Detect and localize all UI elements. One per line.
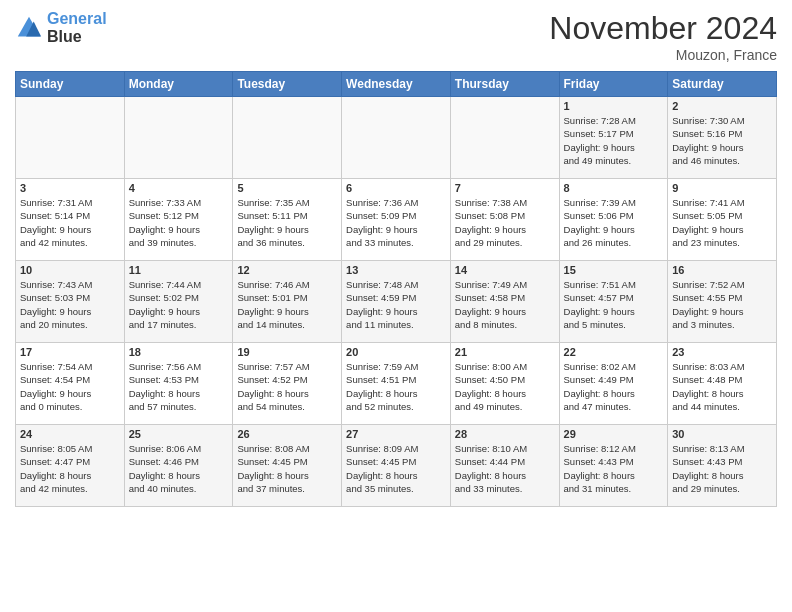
calendar-cell: 3Sunrise: 7:31 AM Sunset: 5:14 PM Daylig… (16, 179, 125, 261)
calendar-cell: 19Sunrise: 7:57 AM Sunset: 4:52 PM Dayli… (233, 343, 342, 425)
calendar-cell: 15Sunrise: 7:51 AM Sunset: 4:57 PM Dayli… (559, 261, 668, 343)
calendar-week-3: 10Sunrise: 7:43 AM Sunset: 5:03 PM Dayli… (16, 261, 777, 343)
calendar-week-2: 3Sunrise: 7:31 AM Sunset: 5:14 PM Daylig… (16, 179, 777, 261)
calendar-cell: 6Sunrise: 7:36 AM Sunset: 5:09 PM Daylig… (342, 179, 451, 261)
day-number: 7 (455, 182, 555, 194)
day-info: Sunrise: 8:13 AM Sunset: 4:43 PM Dayligh… (672, 442, 772, 495)
calendar-cell: 2Sunrise: 7:30 AM Sunset: 5:16 PM Daylig… (668, 97, 777, 179)
day-info: Sunrise: 7:54 AM Sunset: 4:54 PM Dayligh… (20, 360, 120, 413)
day-info: Sunrise: 7:56 AM Sunset: 4:53 PM Dayligh… (129, 360, 229, 413)
day-info: Sunrise: 7:35 AM Sunset: 5:11 PM Dayligh… (237, 196, 337, 249)
calendar-cell: 29Sunrise: 8:12 AM Sunset: 4:43 PM Dayli… (559, 425, 668, 507)
day-info: Sunrise: 8:08 AM Sunset: 4:45 PM Dayligh… (237, 442, 337, 495)
day-number: 21 (455, 346, 555, 358)
day-info: Sunrise: 7:49 AM Sunset: 4:58 PM Dayligh… (455, 278, 555, 331)
day-number: 8 (564, 182, 664, 194)
day-number: 6 (346, 182, 446, 194)
day-number: 25 (129, 428, 229, 440)
day-info: Sunrise: 8:02 AM Sunset: 4:49 PM Dayligh… (564, 360, 664, 413)
title-area: November 2024 Mouzon, France (549, 10, 777, 63)
calendar-week-1: 1Sunrise: 7:28 AM Sunset: 5:17 PM Daylig… (16, 97, 777, 179)
day-number: 4 (129, 182, 229, 194)
day-info: Sunrise: 7:39 AM Sunset: 5:06 PM Dayligh… (564, 196, 664, 249)
calendar-cell: 20Sunrise: 7:59 AM Sunset: 4:51 PM Dayli… (342, 343, 451, 425)
calendar-cell: 12Sunrise: 7:46 AM Sunset: 5:01 PM Dayli… (233, 261, 342, 343)
calendar-cell (342, 97, 451, 179)
day-info: Sunrise: 8:10 AM Sunset: 4:44 PM Dayligh… (455, 442, 555, 495)
calendar-cell (233, 97, 342, 179)
day-info: Sunrise: 7:38 AM Sunset: 5:08 PM Dayligh… (455, 196, 555, 249)
day-number: 14 (455, 264, 555, 276)
logo: General Blue (15, 10, 107, 45)
calendar-cell: 30Sunrise: 8:13 AM Sunset: 4:43 PM Dayli… (668, 425, 777, 507)
calendar-week-4: 17Sunrise: 7:54 AM Sunset: 4:54 PM Dayli… (16, 343, 777, 425)
day-number: 22 (564, 346, 664, 358)
day-number: 24 (20, 428, 120, 440)
day-number: 12 (237, 264, 337, 276)
day-number: 5 (237, 182, 337, 194)
day-info: Sunrise: 7:57 AM Sunset: 4:52 PM Dayligh… (237, 360, 337, 413)
header-sunday: Sunday (16, 72, 125, 97)
day-number: 13 (346, 264, 446, 276)
logo-text: General Blue (47, 10, 107, 45)
header-tuesday: Tuesday (233, 72, 342, 97)
calendar-cell (124, 97, 233, 179)
day-number: 26 (237, 428, 337, 440)
header-wednesday: Wednesday (342, 72, 451, 97)
calendar-cell: 10Sunrise: 7:43 AM Sunset: 5:03 PM Dayli… (16, 261, 125, 343)
day-info: Sunrise: 7:44 AM Sunset: 5:02 PM Dayligh… (129, 278, 229, 331)
location: Mouzon, France (549, 47, 777, 63)
calendar-cell: 28Sunrise: 8:10 AM Sunset: 4:44 PM Dayli… (450, 425, 559, 507)
day-info: Sunrise: 8:03 AM Sunset: 4:48 PM Dayligh… (672, 360, 772, 413)
calendar-cell: 13Sunrise: 7:48 AM Sunset: 4:59 PM Dayli… (342, 261, 451, 343)
calendar-cell: 22Sunrise: 8:02 AM Sunset: 4:49 PM Dayli… (559, 343, 668, 425)
calendar-cell: 17Sunrise: 7:54 AM Sunset: 4:54 PM Dayli… (16, 343, 125, 425)
calendar-cell: 11Sunrise: 7:44 AM Sunset: 5:02 PM Dayli… (124, 261, 233, 343)
calendar-cell: 8Sunrise: 7:39 AM Sunset: 5:06 PM Daylig… (559, 179, 668, 261)
calendar-cell: 14Sunrise: 7:49 AM Sunset: 4:58 PM Dayli… (450, 261, 559, 343)
calendar-cell: 4Sunrise: 7:33 AM Sunset: 5:12 PM Daylig… (124, 179, 233, 261)
day-number: 28 (455, 428, 555, 440)
day-info: Sunrise: 8:09 AM Sunset: 4:45 PM Dayligh… (346, 442, 446, 495)
day-info: Sunrise: 7:46 AM Sunset: 5:01 PM Dayligh… (237, 278, 337, 331)
calendar-cell: 23Sunrise: 8:03 AM Sunset: 4:48 PM Dayli… (668, 343, 777, 425)
day-info: Sunrise: 7:48 AM Sunset: 4:59 PM Dayligh… (346, 278, 446, 331)
day-info: Sunrise: 8:05 AM Sunset: 4:47 PM Dayligh… (20, 442, 120, 495)
day-number: 9 (672, 182, 772, 194)
day-info: Sunrise: 7:28 AM Sunset: 5:17 PM Dayligh… (564, 114, 664, 167)
header-saturday: Saturday (668, 72, 777, 97)
day-number: 30 (672, 428, 772, 440)
day-info: Sunrise: 7:30 AM Sunset: 5:16 PM Dayligh… (672, 114, 772, 167)
day-number: 23 (672, 346, 772, 358)
calendar-week-5: 24Sunrise: 8:05 AM Sunset: 4:47 PM Dayli… (16, 425, 777, 507)
header-monday: Monday (124, 72, 233, 97)
day-number: 2 (672, 100, 772, 112)
month-title: November 2024 (549, 10, 777, 47)
day-info: Sunrise: 8:12 AM Sunset: 4:43 PM Dayligh… (564, 442, 664, 495)
calendar-cell: 18Sunrise: 7:56 AM Sunset: 4:53 PM Dayli… (124, 343, 233, 425)
day-number: 11 (129, 264, 229, 276)
calendar-cell (450, 97, 559, 179)
day-number: 27 (346, 428, 446, 440)
calendar-cell: 7Sunrise: 7:38 AM Sunset: 5:08 PM Daylig… (450, 179, 559, 261)
day-number: 15 (564, 264, 664, 276)
day-number: 17 (20, 346, 120, 358)
day-info: Sunrise: 7:59 AM Sunset: 4:51 PM Dayligh… (346, 360, 446, 413)
calendar-table: Sunday Monday Tuesday Wednesday Thursday… (15, 71, 777, 507)
day-number: 16 (672, 264, 772, 276)
calendar-cell: 25Sunrise: 8:06 AM Sunset: 4:46 PM Dayli… (124, 425, 233, 507)
day-number: 29 (564, 428, 664, 440)
day-number: 18 (129, 346, 229, 358)
calendar-cell: 16Sunrise: 7:52 AM Sunset: 4:55 PM Dayli… (668, 261, 777, 343)
day-info: Sunrise: 7:52 AM Sunset: 4:55 PM Dayligh… (672, 278, 772, 331)
calendar-cell: 9Sunrise: 7:41 AM Sunset: 5:05 PM Daylig… (668, 179, 777, 261)
calendar-header-row: Sunday Monday Tuesday Wednesday Thursday… (16, 72, 777, 97)
day-info: Sunrise: 7:33 AM Sunset: 5:12 PM Dayligh… (129, 196, 229, 249)
day-number: 20 (346, 346, 446, 358)
day-info: Sunrise: 7:43 AM Sunset: 5:03 PM Dayligh… (20, 278, 120, 331)
header-thursday: Thursday (450, 72, 559, 97)
calendar-cell: 26Sunrise: 8:08 AM Sunset: 4:45 PM Dayli… (233, 425, 342, 507)
day-info: Sunrise: 8:06 AM Sunset: 4:46 PM Dayligh… (129, 442, 229, 495)
day-number: 1 (564, 100, 664, 112)
calendar-cell: 1Sunrise: 7:28 AM Sunset: 5:17 PM Daylig… (559, 97, 668, 179)
